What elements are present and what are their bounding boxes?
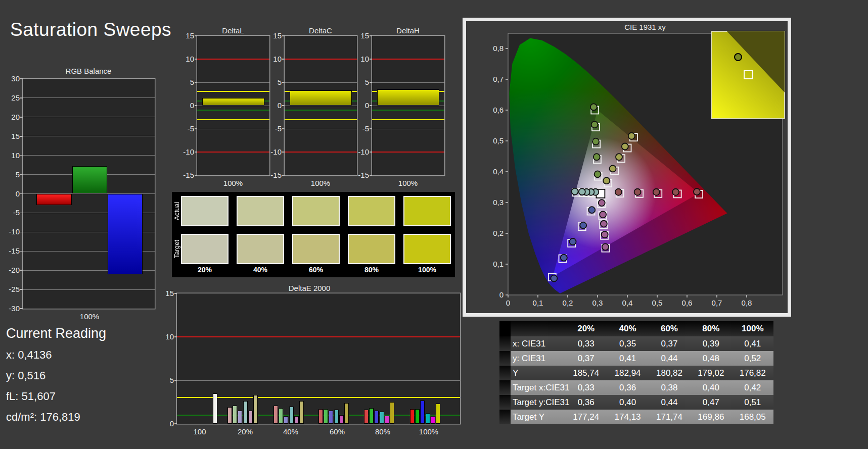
gridline bbox=[177, 380, 460, 381]
y-tick-label: 0 bbox=[259, 101, 282, 110]
table-cell: 0,36 bbox=[607, 383, 648, 393]
y-tick-label: 15 bbox=[152, 289, 174, 297]
chart-title: DeltaH bbox=[362, 26, 453, 35]
y-tick-stub bbox=[20, 251, 23, 252]
y-tick-label: -10 bbox=[0, 227, 20, 236]
table-header-cell: 80% bbox=[690, 324, 732, 334]
table-header-cell: 20% bbox=[565, 324, 607, 334]
row-strip bbox=[499, 410, 511, 424]
bar bbox=[377, 89, 439, 106]
blue-measured-marker bbox=[561, 255, 567, 261]
ref-line--1 bbox=[372, 110, 444, 111]
row-strip bbox=[499, 351, 511, 366]
cie-y-tick-label: 0,6 bbox=[493, 106, 504, 114]
y-tick-stub bbox=[195, 35, 197, 36]
gridline bbox=[23, 97, 155, 98]
x-axis-label: 40% bbox=[270, 427, 311, 436]
y-tick-label: -5 bbox=[0, 208, 20, 217]
red-measured-marker bbox=[672, 189, 679, 195]
table-row: Target y:CIE310,360,400,440,470,51 bbox=[499, 395, 773, 410]
actual-swatch-60% bbox=[292, 196, 340, 226]
y-tick-stub bbox=[174, 380, 177, 381]
y-tick-label: -25 bbox=[0, 285, 20, 293]
y-tick-stub bbox=[20, 155, 23, 156]
y-tick-label: -5 bbox=[172, 124, 194, 133]
table-cell: 0,47 bbox=[690, 397, 732, 408]
inset-measured-marker bbox=[735, 54, 742, 61]
table-cell: 0,37 bbox=[649, 339, 690, 349]
current-reading: Current Reading x: 0,4136 y: 0,516 fL: 5… bbox=[6, 326, 106, 431]
row-strip bbox=[499, 336, 511, 351]
x-axis-label: 100% bbox=[213, 179, 253, 187]
row-label: Target x:CIE31 bbox=[511, 383, 565, 393]
ref-line--3 bbox=[372, 119, 444, 120]
table-cell: 0,52 bbox=[732, 354, 773, 364]
yellow-measured-marker bbox=[603, 177, 610, 184]
table-row: Target Y177,24174,13171,74169,86168,05 bbox=[499, 410, 773, 424]
y-tick-label: -30 bbox=[0, 304, 20, 313]
rgb-balance-chart: -30-25-20-15-10-5051015202530100%RGB Bal… bbox=[23, 79, 155, 309]
bar bbox=[420, 401, 425, 424]
bar bbox=[294, 416, 299, 424]
y-tick-stub bbox=[174, 293, 177, 294]
y-tick-label: -10 bbox=[172, 147, 194, 156]
y-tick-label: -15 bbox=[259, 171, 282, 179]
y-tick-stub bbox=[20, 308, 23, 309]
y-tick-label: -20 bbox=[0, 266, 20, 274]
cie-diagram: CIE 1931 xy000,10,10,20,20,30,30,40,40,5… bbox=[469, 22, 787, 313]
bar bbox=[227, 407, 232, 424]
bar bbox=[329, 411, 333, 424]
table-cell: 0,35 bbox=[607, 339, 648, 349]
x-axis-label: 80% bbox=[362, 427, 403, 436]
y-tick-stub bbox=[20, 193, 23, 194]
green-measured-marker bbox=[590, 104, 597, 110]
target-swatch-20% bbox=[181, 234, 229, 264]
delta-l-chart: -15-10-5051015100%DeltaL bbox=[197, 36, 269, 175]
y-tick-stub bbox=[282, 82, 285, 83]
y-tick-label: 10 bbox=[0, 151, 20, 160]
y-tick-label: -5 bbox=[347, 124, 369, 133]
delta-h-chart: -15-10-5051015100%DeltaH bbox=[372, 36, 444, 175]
cie-zoom-inset bbox=[711, 31, 785, 119]
table-cell: 0,41 bbox=[732, 339, 773, 349]
table-header-strip bbox=[499, 321, 511, 336]
x-axis-label: 100% bbox=[388, 179, 428, 187]
y-tick-stub bbox=[370, 128, 372, 129]
gridline bbox=[372, 82, 444, 83]
bar bbox=[390, 402, 394, 424]
cie-y-tick-label: 0,8 bbox=[493, 44, 504, 53]
y-tick-label: 0 bbox=[0, 189, 20, 198]
y-tick-label: 5 bbox=[259, 78, 282, 86]
row-strip bbox=[499, 366, 511, 380]
ref-line-10 bbox=[372, 59, 444, 60]
table-cell: 0,42 bbox=[732, 383, 773, 393]
table-cell: 0,37 bbox=[565, 354, 607, 364]
red-measured-marker bbox=[615, 189, 622, 195]
y-tick-stub bbox=[370, 82, 372, 83]
gridline bbox=[23, 136, 155, 136]
table-cell: 0,44 bbox=[649, 397, 690, 408]
table-cell: 182,94 bbox=[607, 368, 648, 378]
cie-x-tick-label: 0,8 bbox=[742, 298, 752, 307]
delta-c-chart: -15-10-5051015100%DeltaC bbox=[285, 36, 357, 175]
table-cell: 0,33 bbox=[565, 383, 607, 393]
cie-x-tick-label: 0,4 bbox=[622, 298, 633, 307]
magenta-measured-marker bbox=[599, 199, 605, 206]
red-measured-marker bbox=[694, 188, 700, 195]
table-cell: 0,51 bbox=[732, 397, 773, 408]
table-cell: 176,82 bbox=[732, 368, 773, 378]
gridline bbox=[197, 82, 269, 83]
bar bbox=[273, 406, 278, 424]
cie-x-tick-label: 0,2 bbox=[563, 298, 573, 307]
cie-y-tick-label: 0,7 bbox=[493, 75, 504, 83]
cyan-measured-marker bbox=[579, 188, 585, 195]
table-cell: 0,38 bbox=[649, 383, 690, 393]
bar bbox=[289, 407, 294, 424]
y-tick-label: 0 bbox=[172, 101, 194, 110]
y-tick-label: 5 bbox=[347, 78, 369, 86]
ref-line--1 bbox=[197, 110, 269, 111]
y-tick-stub bbox=[174, 423, 177, 424]
ref-line--1 bbox=[285, 110, 357, 111]
y-tick-stub bbox=[282, 175, 285, 176]
blue-measured-marker bbox=[551, 275, 557, 282]
